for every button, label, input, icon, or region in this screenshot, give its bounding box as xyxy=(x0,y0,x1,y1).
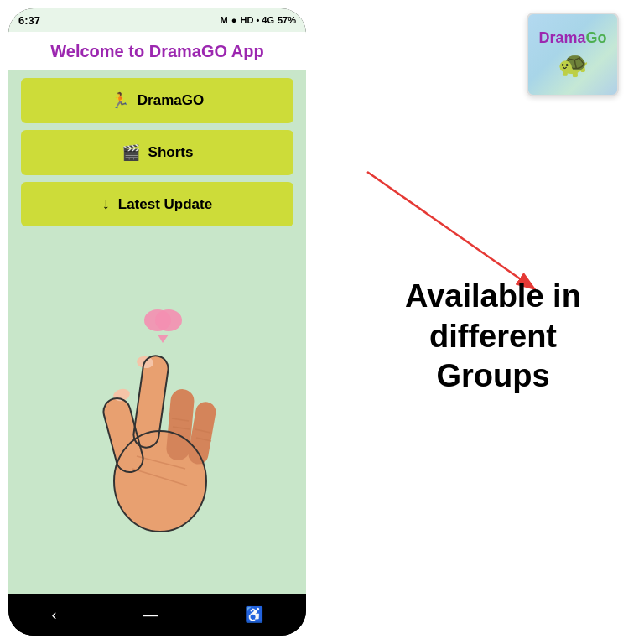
status-icons: M ● HD • 4G 57% xyxy=(221,15,296,25)
logo-drama: Drama xyxy=(538,29,585,46)
illustration-area xyxy=(8,235,306,594)
app-title: Welcome to DramaGO App xyxy=(8,32,306,70)
buttons-area: 🏃 DramaGO 🎬 Shorts ↓ Latest Update xyxy=(8,70,306,235)
logo-go: Go xyxy=(586,29,607,46)
dramago-button[interactable]: 🏃 DramaGO xyxy=(21,78,293,123)
carrier-icon: M xyxy=(221,15,228,25)
available-line2: different xyxy=(359,317,627,357)
latest-update-button[interactable]: ↓ Latest Update xyxy=(21,182,293,226)
status-bar: 6:37 M ● HD • 4G 57% xyxy=(8,8,306,32)
right-panel: DramaGo 🐢 Available in different Groups xyxy=(309,0,644,644)
dramago-label: DramaGO xyxy=(138,92,204,109)
home-nav-icon[interactable]: — xyxy=(143,606,158,624)
available-line1: Available in xyxy=(359,277,627,317)
logo-text: DramaGo xyxy=(538,30,606,47)
phone-frame: 6:37 M ● HD • 4G 57% Welcome to DramaGO … xyxy=(8,8,306,636)
available-text: Available in different Groups xyxy=(359,277,627,397)
status-time: 6:37 xyxy=(18,14,40,27)
download-icon: ↓ xyxy=(102,195,110,213)
app-content: Welcome to DramaGO App 🏃 DramaGO 🎬 Short… xyxy=(8,32,306,594)
shorts-label: Shorts xyxy=(148,144,194,161)
signal-icon: ● xyxy=(231,15,237,25)
available-line3: Groups xyxy=(359,356,627,397)
turtle-icon: 🐢 xyxy=(558,49,589,79)
dramago-icon: 🏃 xyxy=(111,91,129,110)
shorts-button[interactable]: 🎬 Shorts xyxy=(21,130,293,175)
navigation-bar: ‹ — ♿ xyxy=(8,594,306,636)
back-nav-icon[interactable]: ‹ xyxy=(52,606,57,624)
svg-point-1 xyxy=(155,309,182,331)
accessibility-nav-icon[interactable]: ♿ xyxy=(245,605,263,624)
network-label: HD • 4G xyxy=(240,15,274,25)
battery-label: 57% xyxy=(278,15,296,25)
svg-marker-2 xyxy=(158,335,169,343)
latest-update-label: Latest Update xyxy=(118,196,212,213)
shorts-icon: 🎬 xyxy=(122,143,140,162)
dramago-logo: DramaGo 🐢 xyxy=(527,13,619,96)
finger-heart-illustration xyxy=(61,288,254,540)
svg-line-20 xyxy=(367,172,535,289)
